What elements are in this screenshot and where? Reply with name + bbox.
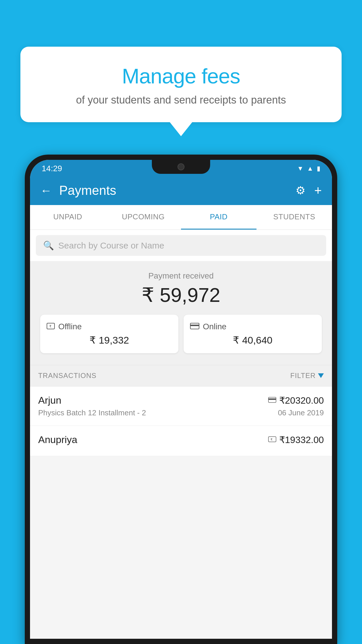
transaction-amount-row: ₹ ₹19332.00 — [268, 434, 324, 445]
phone-screen: 14:29 ▼ ▲ ▮ ← Payments ⚙ + UNPAID UPCOMI… — [30, 160, 332, 639]
bubble-title: Manage fees — [35, 64, 327, 88]
transaction-name: Anupriya — [38, 434, 77, 445]
transaction-amount-row: ₹20320.00 — [268, 395, 324, 406]
payment-received-label: Payment received — [36, 271, 326, 281]
svg-text:₹: ₹ — [49, 324, 52, 328]
status-icons: ▼ ▲ ▮ — [297, 165, 320, 172]
transactions-label: TRANSACTIONS — [38, 372, 96, 380]
online-amount: ₹ 40,640 — [190, 334, 315, 346]
settings-icon[interactable]: ⚙ — [296, 184, 305, 197]
svg-rect-3 — [190, 325, 199, 326]
transaction-name: Arjun — [38, 395, 61, 406]
payment-type-icon — [268, 396, 276, 405]
transaction-date: 06 June 2019 — [278, 408, 324, 417]
offline-amount: ₹ 19,332 — [47, 334, 172, 346]
page-title: Payments — [59, 183, 296, 198]
phone-notch — [152, 160, 210, 174]
transactions-header: TRANSACTIONS FILTER — [30, 365, 332, 386]
back-button[interactable]: ← — [40, 184, 52, 197]
filter-label: FILTER — [290, 372, 316, 380]
search-container: 🔍 Search by Course or Name — [30, 230, 332, 261]
phone-frame: 14:29 ▼ ▲ ▮ ← Payments ⚙ + UNPAID UPCOMI… — [25, 155, 337, 644]
tab-unpaid[interactable]: UNPAID — [30, 205, 106, 230]
battery-icon: ▮ — [317, 165, 320, 172]
svg-rect-5 — [268, 398, 276, 400]
payment-type-icon: ₹ — [268, 435, 276, 444]
online-label: Online — [203, 322, 226, 331]
online-payment-card: Online ₹ 40,640 — [184, 315, 322, 353]
payment-cards: ₹ Offline ₹ 19,332 — [36, 315, 326, 353]
online-icon — [190, 322, 199, 331]
filter-triangle-icon — [318, 373, 324, 378]
tab-students[interactable]: STUDENTS — [256, 205, 332, 230]
header-actions: ⚙ + — [296, 183, 322, 198]
signal-icon: ▲ — [307, 165, 313, 172]
offline-payment-card: ₹ Offline ₹ 19,332 — [40, 315, 178, 353]
total-payment-amount: ₹ 59,972 — [36, 284, 326, 307]
tab-paid[interactable]: PAID — [181, 205, 256, 230]
app-header: ← Payments ⚙ + — [30, 177, 332, 205]
status-time: 14:29 — [42, 164, 62, 173]
transaction-amount: ₹20320.00 — [279, 395, 324, 406]
search-icon: 🔍 — [43, 240, 54, 251]
transaction-course: Physics Batch 12 Installment - 2 — [38, 408, 146, 417]
offline-label: Offline — [58, 322, 82, 331]
filter-button[interactable]: FILTER — [290, 372, 324, 380]
transaction-item[interactable]: Arjun ₹20320.00 Physics Batch 12 Install… — [30, 386, 332, 426]
offline-icon: ₹ — [47, 322, 55, 331]
add-icon[interactable]: + — [314, 183, 322, 198]
wifi-icon: ▼ — [297, 165, 303, 172]
transaction-amount: ₹19332.00 — [279, 434, 324, 445]
bubble-subtitle: of your students and send receipts to pa… — [35, 94, 327, 106]
search-placeholder: Search by Course or Name — [58, 241, 164, 251]
tabs-bar: UNPAID UPCOMING PAID STUDENTS — [30, 205, 332, 230]
transaction-item[interactable]: Anupriya ₹ ₹19332.00 — [30, 426, 332, 456]
payment-summary: Payment received ₹ 59,972 ₹ Offline — [30, 261, 332, 365]
search-bar[interactable]: 🔍 Search by Course or Name — [36, 235, 326, 256]
phone-camera — [178, 163, 184, 170]
tab-upcoming[interactable]: UPCOMING — [106, 205, 181, 230]
svg-text:₹: ₹ — [270, 438, 273, 441]
speech-bubble-card: Manage fees of your students and send re… — [20, 47, 342, 122]
